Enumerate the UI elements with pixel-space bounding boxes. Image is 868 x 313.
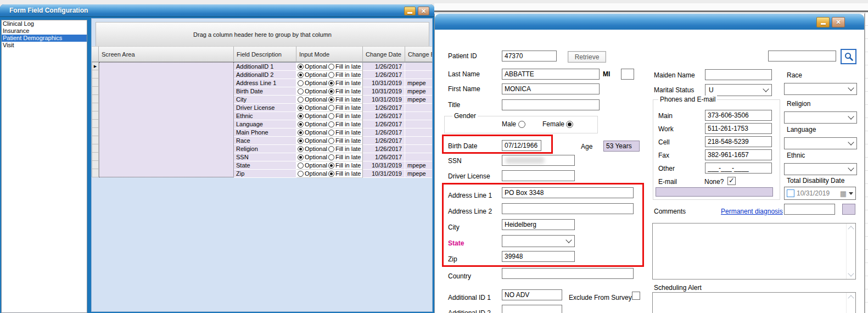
maiden-name-input[interactable] [705,69,772,80]
fcw-titlebar[interactable]: Form Field Configuration ✕ [0,4,434,17]
field-description-cell[interactable]: City [234,96,296,104]
column-header-input-mode[interactable]: Input Mode [296,46,363,62]
field-description-cell[interactable]: Ethnic [234,112,296,120]
row-indicator[interactable] [92,120,99,128]
pw-close-button[interactable]: ✕ [832,17,845,27]
row-indicator[interactable] [92,95,99,103]
retrieve-button[interactable]: Retrieve [568,51,606,63]
first-name-input[interactable] [502,83,600,94]
patient-id-input[interactable] [502,51,557,62]
state-dropdown[interactable] [502,235,575,247]
last-name-input[interactable] [502,69,600,80]
email-none-checkbox[interactable] [727,177,736,185]
input-mode-radio-fill-in-late[interactable] [328,88,334,94]
input-mode-radio-optional[interactable] [298,146,304,152]
input-mode-radio-fill-in-late[interactable] [328,130,334,136]
gender-male-radio[interactable] [518,121,525,128]
field-description-cell[interactable]: SSN [234,153,296,161]
pw-minimize-button[interactable] [816,17,830,27]
input-mode-radio-fill-in-late[interactable] [328,138,334,144]
row-indicator[interactable] [92,70,99,79]
row-indicator[interactable] [92,111,99,120]
input-mode-radio-optional[interactable] [298,138,304,144]
scheduling-alert-textarea[interactable] [653,293,846,313]
field-description-cell[interactable]: State [234,161,296,170]
disability-date-checkbox[interactable] [787,189,794,197]
zip-input[interactable] [502,251,575,262]
search-input[interactable] [768,51,836,62]
input-mode-radio-optional[interactable] [298,171,304,177]
input-mode-radio-fill-in-late[interactable] [328,80,334,86]
close-button[interactable]: ✕ [418,7,429,15]
input-mode-radio-optional[interactable] [298,97,304,103]
nav-item-insurance[interactable]: Insurance [2,27,87,35]
comments-textarea[interactable] [653,223,846,279]
row-indicator[interactable] [92,136,99,144]
column-header-field-description[interactable]: Field Description [234,46,296,62]
field-description-cell[interactable]: AdditionalID 2 [234,71,296,79]
title-input[interactable] [502,99,600,110]
comments-code-input[interactable] [784,204,835,215]
input-mode-radio-fill-in-late[interactable] [328,105,334,111]
field-description-cell[interactable]: Main Phone [234,128,296,137]
input-mode-radio-fill-in-late[interactable] [328,171,334,177]
marital-status-dropdown[interactable]: U [705,84,772,96]
cell-phone-input[interactable] [705,136,772,147]
nav-item-clinical-log[interactable]: Clinical Log [2,20,87,27]
additional-id-2-input[interactable] [502,305,562,313]
field-description-cell[interactable]: Address Line 1 [234,79,296,87]
row-indicator[interactable] [92,169,99,177]
field-description-cell[interactable]: AdditionalID 1 [234,63,296,71]
gender-female-radio[interactable] [566,121,573,128]
additional-id-1-input[interactable] [502,289,562,300]
input-mode-radio-optional[interactable] [298,80,304,86]
fax-input[interactable] [705,149,772,160]
input-mode-radio-fill-in-late[interactable] [328,154,334,160]
scheduling-alert-scrollbar[interactable] [846,293,855,313]
driver-license-input[interactable] [502,170,575,181]
input-mode-radio-optional[interactable] [298,163,304,169]
row-indicator[interactable] [92,161,99,169]
field-description-cell[interactable]: Language [234,120,296,128]
screen-area-group-cell[interactable] [99,62,234,177]
address-line-2-input[interactable] [502,203,634,214]
work-phone-input[interactable] [705,123,772,134]
row-indicator[interactable] [92,79,99,87]
column-header-screen-area[interactable]: Screen Area [99,46,234,62]
exclude-from-survey-checkbox[interactable] [632,292,640,300]
input-mode-radio-optional[interactable] [298,64,304,70]
input-mode-radio-optional[interactable] [298,105,304,111]
pw-titlebar[interactable]: ✕ [435,14,864,30]
birth-date-input[interactable] [502,140,541,151]
input-mode-radio-optional[interactable] [298,88,304,94]
nav-item-visit[interactable]: Visit [2,42,87,49]
permanent-diagnosis-link[interactable]: Permanent diagnosis [721,208,783,215]
input-mode-radio-fill-in-late[interactable] [328,146,334,152]
input-mode-radio-optional[interactable] [298,121,304,127]
group-by-bar[interactable]: Drag a column header here to group by th… [96,22,429,47]
main-phone-input[interactable] [705,110,772,121]
column-header-change-by[interactable]: Change By [405,46,433,62]
ethnic-dropdown[interactable] [784,163,857,175]
input-mode-radio-fill-in-late[interactable] [328,72,334,78]
comments-scrollbar[interactable] [846,223,855,279]
row-indicator[interactable]: ▶ [92,62,99,70]
input-mode-radio-optional[interactable] [298,154,304,160]
input-mode-radio-fill-in-late[interactable] [328,113,334,119]
column-header-change-date[interactable]: Change Date [363,46,405,62]
input-mode-radio-optional[interactable] [298,72,304,78]
field-description-cell[interactable]: Driver License [234,104,296,112]
mi-input[interactable] [621,69,634,80]
other-phone-input[interactable] [705,163,772,174]
row-indicator[interactable] [92,103,99,111]
input-mode-radio-fill-in-late[interactable] [328,97,334,103]
field-description-cell[interactable]: Birth Date [234,87,296,96]
field-description-cell[interactable]: Zip [234,170,296,178]
input-mode-radio-fill-in-late[interactable] [328,163,334,169]
total-disability-datepicker[interactable]: 10/31/2019 ▦ [784,187,856,200]
input-mode-radio-optional[interactable] [298,130,304,136]
country-input[interactable] [502,268,634,279]
minimize-button[interactable] [404,7,416,15]
field-description-cell[interactable]: Race [234,137,296,145]
search-button[interactable] [841,49,856,64]
